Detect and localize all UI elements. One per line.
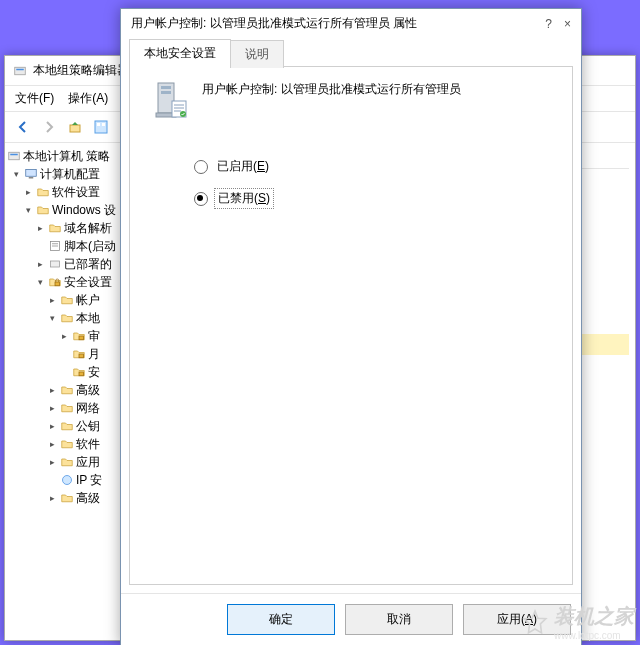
twisty-icon[interactable]: ▸ bbox=[59, 331, 70, 342]
folder-icon bbox=[60, 456, 74, 468]
folder-icon bbox=[60, 384, 74, 396]
tree-sub2[interactable]: 月 bbox=[88, 346, 100, 362]
radio-enabled-row[interactable]: 已启用(E) bbox=[194, 151, 550, 182]
twisty-icon[interactable]: ▸ bbox=[47, 439, 58, 450]
dialog-heading: 用户帐户控制: 以管理员批准模式运行所有管理员 bbox=[202, 81, 461, 98]
menu-action[interactable]: 操作(A) bbox=[68, 90, 108, 107]
dialog-titlebar[interactable]: 用户帐户控制: 以管理员批准模式运行所有管理员 属性 ? × bbox=[121, 9, 581, 38]
tree-sw2[interactable]: 软件 bbox=[76, 436, 100, 452]
twisty-icon[interactable]: ▸ bbox=[47, 493, 58, 504]
tree-sub3[interactable]: 安 bbox=[88, 364, 100, 380]
radio-enabled-label[interactable]: 已启用(E) bbox=[214, 157, 272, 176]
toolbar-options[interactable] bbox=[89, 115, 113, 139]
tree-dns[interactable]: 域名解析 bbox=[64, 220, 112, 236]
svg-rect-12 bbox=[55, 282, 60, 286]
folder-lock-icon bbox=[72, 366, 86, 378]
twisty-icon[interactable]: ▸ bbox=[47, 457, 58, 468]
computer-icon bbox=[24, 168, 38, 180]
folder-icon bbox=[60, 438, 74, 450]
svg-rect-5 bbox=[102, 123, 105, 126]
folder-icon bbox=[60, 492, 74, 504]
svg-rect-2 bbox=[70, 125, 80, 132]
dialog-title-text: 用户帐户控制: 以管理员批准模式运行所有管理员 属性 bbox=[131, 15, 417, 32]
twisty-icon[interactable]: ▾ bbox=[11, 169, 22, 180]
svg-rect-4 bbox=[97, 123, 100, 126]
toolbar-forward[interactable] bbox=[37, 115, 61, 139]
svg-rect-13 bbox=[79, 336, 84, 340]
twisty-icon[interactable]: ▸ bbox=[23, 187, 34, 198]
svg-rect-9 bbox=[29, 177, 34, 179]
tree-deployed[interactable]: 已部署的 bbox=[64, 256, 112, 272]
twisty-icon[interactable]: ▸ bbox=[47, 385, 58, 396]
cancel-button[interactable]: 取消 bbox=[345, 604, 453, 635]
gp-tree[interactable]: 本地计算机 策略 ▾计算机配置 ▸软件设置 ▾Windows 设 ▸域名解析 脚… bbox=[5, 143, 128, 637]
folder-icon bbox=[60, 294, 74, 306]
svg-rect-6 bbox=[9, 152, 20, 160]
svg-rect-14 bbox=[79, 354, 84, 358]
tree-root[interactable]: 本地计算机 策略 bbox=[23, 148, 110, 164]
help-button[interactable]: ? bbox=[545, 17, 552, 31]
tree-network[interactable]: 网络 bbox=[76, 400, 100, 416]
server-policy-icon bbox=[152, 81, 188, 121]
tree-adv[interactable]: 高级 bbox=[76, 382, 100, 398]
dialog-content: 用户帐户控制: 以管理员批准模式运行所有管理员 已启用(E) 已禁用(S) bbox=[129, 67, 573, 585]
radio-disabled-row[interactable]: 已禁用(S) bbox=[194, 182, 550, 215]
twisty-icon[interactable]: ▸ bbox=[47, 421, 58, 432]
svg-rect-0 bbox=[15, 67, 26, 75]
svg-rect-8 bbox=[26, 170, 37, 177]
deployed-icon bbox=[48, 258, 62, 270]
tree-script[interactable]: 脚本(启动 bbox=[64, 238, 116, 254]
script-icon bbox=[48, 240, 62, 252]
svg-rect-19 bbox=[161, 91, 171, 94]
apply-button[interactable]: 应用(A) bbox=[463, 604, 571, 635]
twisty-icon[interactable]: ▾ bbox=[35, 277, 46, 288]
tab-local-security[interactable]: 本地安全设置 bbox=[129, 39, 231, 67]
menu-file[interactable]: 文件(F) bbox=[15, 90, 54, 107]
folder-icon bbox=[36, 204, 50, 216]
twisty-icon[interactable]: ▸ bbox=[47, 403, 58, 414]
folder-icon bbox=[60, 420, 74, 432]
tree-ips[interactable]: IP 安 bbox=[76, 472, 102, 488]
twisty-icon[interactable]: ▸ bbox=[35, 223, 46, 234]
close-button[interactable]: × bbox=[564, 17, 571, 31]
twisty-icon[interactable]: ▸ bbox=[47, 295, 58, 306]
svg-rect-7 bbox=[10, 154, 18, 156]
tree-pk[interactable]: 公钥 bbox=[76, 418, 100, 434]
twisty-icon bbox=[35, 241, 46, 252]
tree-sub1[interactable]: 审 bbox=[88, 328, 100, 344]
svg-rect-15 bbox=[79, 372, 84, 376]
properties-dialog: 用户帐户控制: 以管理员批准模式运行所有管理员 属性 ? × 本地安全设置 说明 bbox=[120, 8, 582, 645]
twisty-icon[interactable]: ▸ bbox=[35, 259, 46, 270]
tree-computer[interactable]: 计算机配置 bbox=[40, 166, 100, 182]
svg-point-16 bbox=[63, 476, 72, 485]
folder-lock-icon bbox=[72, 348, 86, 360]
folder-icon bbox=[36, 186, 50, 198]
radio-disabled-label[interactable]: 已禁用(S) bbox=[214, 188, 274, 209]
twisty-icon bbox=[47, 475, 58, 486]
toolbar-up[interactable] bbox=[63, 115, 87, 139]
tree-adv2[interactable]: 高级 bbox=[76, 490, 100, 506]
twisty-icon bbox=[59, 349, 70, 360]
security-icon bbox=[48, 276, 62, 288]
gp-title-text: 本地组策略编辑器 bbox=[33, 62, 129, 79]
radio-disabled[interactable] bbox=[194, 192, 208, 206]
tab-explain[interactable]: 说明 bbox=[230, 40, 284, 68]
tree-windows[interactable]: Windows 设 bbox=[52, 202, 116, 218]
tree-software[interactable]: 软件设置 bbox=[52, 184, 100, 200]
tree-security[interactable]: 安全设置 bbox=[64, 274, 112, 290]
dialog-tabs: 本地安全设置 说明 bbox=[129, 38, 573, 67]
svg-rect-11 bbox=[51, 261, 60, 267]
twisty-icon[interactable]: ▾ bbox=[23, 205, 34, 216]
tree-app[interactable]: 应用 bbox=[76, 454, 100, 470]
tree-accounts[interactable]: 帐户 bbox=[76, 292, 100, 308]
folder-icon bbox=[60, 312, 74, 324]
gp-app-icon bbox=[13, 65, 27, 77]
ok-button[interactable]: 确定 bbox=[227, 604, 335, 635]
twisty-icon[interactable]: ▾ bbox=[47, 313, 58, 324]
folder-icon bbox=[60, 402, 74, 414]
folder-lock-icon bbox=[72, 330, 86, 342]
tree-local[interactable]: 本地 bbox=[76, 310, 100, 326]
toolbar-back[interactable] bbox=[11, 115, 35, 139]
svg-rect-1 bbox=[16, 68, 24, 70]
radio-enabled[interactable] bbox=[194, 160, 208, 174]
